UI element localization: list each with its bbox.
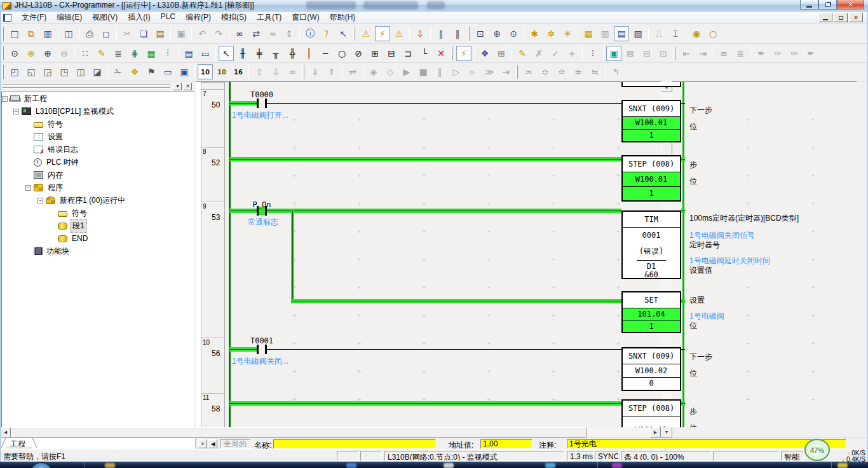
show-rung-annotation-button[interactable]: ▦: [144, 46, 159, 61]
tree-item-section-end[interactable]: END: [2, 232, 194, 245]
close-button[interactable]: ✕: [837, 0, 864, 10]
instruction-block-step[interactable]: STEP (008) W100.02: [621, 399, 681, 427]
rung-margin-7[interactable]: 7 50: [201, 89, 225, 147]
window-build-button[interactable]: ◱: [24, 64, 39, 79]
monitor-clear-button[interactable]: ⊟: [639, 46, 654, 61]
contact-no[interactable]: [257, 345, 259, 354]
toolbar-handle[interactable]: [516, 65, 518, 79]
toolbar-handle[interactable]: [451, 46, 453, 60]
horizontal-scroll-thumb[interactable]: [11, 427, 587, 437]
scroll-down-button[interactable]: ▼: [661, 427, 672, 437]
menu-item-1[interactable]: 编辑(E): [51, 11, 87, 24]
return-jump-button[interactable]: ↰: [608, 64, 623, 79]
replace-button[interactable]: ⇄: [248, 26, 264, 41]
mdi-restore-button[interactable]: [834, 13, 848, 22]
symbol-insert-button[interactable]: ❖: [127, 64, 142, 79]
menu-item-8[interactable]: 窗口(W): [287, 11, 324, 24]
tree-collapse-icon[interactable]: −: [13, 109, 19, 114]
save-button[interactable]: ▥: [40, 26, 55, 41]
menu-item-4[interactable]: PLC: [156, 11, 180, 24]
pen-green-button[interactable]: ✑: [787, 46, 802, 61]
coil-nc-button[interactable]: ⊘: [351, 46, 366, 61]
instruction-block-snxt[interactable]: SNXT (009) W100.01 1: [621, 100, 681, 142]
radix-decimal-button[interactable]: 10: [198, 64, 213, 79]
info-button[interactable]: ⓘ: [302, 26, 318, 41]
minimize-button[interactable]: [800, 0, 818, 10]
set-protect-button[interactable]: ◉: [689, 26, 704, 41]
section-insert-button[interactable]: ⊕: [489, 26, 505, 41]
tree-collapse-icon[interactable]: −: [25, 185, 31, 191]
tree-item-plc-clock[interactable]: PLC 时钟: [2, 156, 194, 169]
menu-item-9[interactable]: 帮助(H): [325, 11, 361, 24]
run-button[interactable]: ▶: [399, 64, 414, 79]
tab-project[interactable]: 工程: [6, 438, 32, 448]
connect-line-button[interactable]: └: [417, 46, 432, 61]
instruction-block-set[interactable]: SET 101.04 1: [621, 291, 681, 333]
move-down-button[interactable]: ⇩: [268, 64, 283, 79]
toolbar-handle[interactable]: [2, 46, 4, 60]
dock-menu-button[interactable]: ▾: [173, 83, 182, 90]
online-edit-send-button[interactable]: ✓: [548, 46, 563, 61]
rung-margin-8[interactable]: 8 52: [201, 147, 225, 202]
monitor-pause-button[interactable]: ⊠: [623, 46, 638, 61]
print-button[interactable]: ⎙: [82, 26, 97, 41]
mdi-minimize-button[interactable]: [818, 13, 832, 22]
window-output-button[interactable]: ◫: [73, 64, 88, 79]
context-help-button[interactable]: ↖: [336, 26, 351, 41]
monitor-mode-button[interactable]: ◇: [383, 64, 398, 79]
ct-view-button[interactable]: ▭: [198, 46, 213, 61]
dialog-monitor-button[interactable]: ▭: [160, 64, 175, 79]
expansion-block-button[interactable]: ⊐: [400, 46, 416, 61]
tree-collapse-icon[interactable]: −: [2, 96, 8, 102]
show-program-tree-button[interactable]: ⫶: [160, 46, 175, 61]
monitor-io-button[interactable]: ⋕: [127, 46, 142, 61]
show-comments-button[interactable]: ≣: [111, 46, 126, 61]
tree-item-error-log[interactable]: 错误日志: [2, 143, 194, 156]
taskbar-item[interactable]: [105, 463, 115, 468]
io-table-button[interactable]: ▥: [597, 26, 613, 41]
rung-wrap-button[interactable]: ≡: [716, 46, 731, 61]
find-button[interactable]: ∞: [232, 26, 247, 41]
instruction-block-step[interactable]: STEP (008) W100.01 1: [621, 155, 681, 202]
compare-button[interactable]: ⇌: [345, 64, 360, 79]
start-button[interactable]: [30, 462, 53, 468]
force-on-button[interactable]: ≍: [521, 64, 536, 79]
mdi-close-button[interactable]: ✕: [849, 13, 863, 22]
paste-co-button[interactable]: ▣: [173, 26, 189, 41]
tree-item-program-symbols[interactable]: 符号: [2, 207, 194, 219]
rung-comment-button[interactable]: ✎: [94, 46, 109, 61]
release-protect-button[interactable]: ○: [705, 26, 721, 41]
online-monitor-button[interactable]: ⚡: [375, 26, 390, 41]
force-cancel-button[interactable]: ≏: [554, 64, 569, 79]
program-online-edit-button[interactable]: ✱: [527, 26, 542, 41]
redo-button[interactable]: ↷: [211, 26, 226, 41]
tree-item-new-project[interactable]: −新工程: [2, 92, 194, 105]
monitor-window-button[interactable]: ▣: [606, 46, 621, 61]
window-find-report-button[interactable]: ◲: [40, 64, 55, 79]
download-button[interactable]: ⇓: [308, 64, 323, 79]
watch-window-button[interactable]: ▦: [581, 26, 596, 41]
toolbar-handle[interactable]: [468, 27, 470, 41]
open-button[interactable]: ⧉: [24, 26, 39, 41]
compile-all-button[interactable]: ⊞: [494, 46, 509, 61]
mnemonic-view-button[interactable]: ▤: [181, 46, 196, 61]
rung-margin-11[interactable]: 11 58: [201, 393, 225, 427]
undo-button[interactable]: ↶: [194, 26, 210, 41]
sort-button[interactable]: ↕: [281, 26, 297, 41]
toolbar-handle[interactable]: [2, 65, 4, 79]
zoom-region-button[interactable]: ⊕: [24, 46, 39, 61]
symbol-bar-close-button[interactable]: ×: [198, 439, 207, 448]
tree-item-symbols[interactable]: 符号: [2, 118, 194, 130]
cut-button[interactable]: ✂: [119, 26, 135, 41]
pause-mode-button[interactable]: ∥: [432, 64, 447, 79]
step-in-button[interactable]: ▹: [465, 64, 480, 79]
time-chart-button[interactable]: ⌶: [668, 26, 683, 41]
change-all-button[interactable]: ≈: [265, 26, 280, 41]
contact-no[interactable]: [265, 206, 267, 216]
stop-button[interactable]: ■: [416, 64, 431, 79]
tree-collapse-icon[interactable]: −: [37, 198, 43, 203]
pause-flag-button[interactable]: ∥: [433, 26, 449, 41]
outdent-button[interactable]: ⇤: [679, 46, 694, 61]
name-field[interactable]: [273, 439, 436, 449]
online-edit-go-button[interactable]: +: [564, 46, 580, 61]
